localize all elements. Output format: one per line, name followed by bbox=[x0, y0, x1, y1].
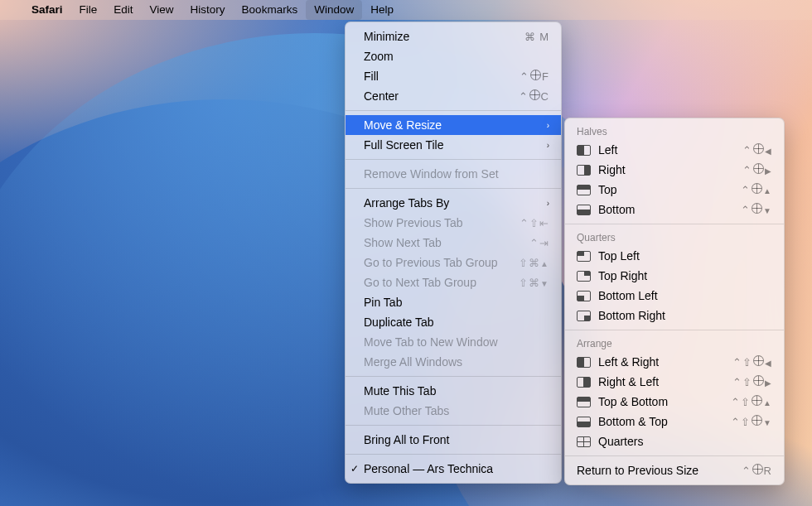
submenu-item-label: Left bbox=[598, 143, 742, 157]
menu-item[interactable]: Center C bbox=[346, 86, 561, 106]
menu-item-label: Show Next Tab bbox=[364, 236, 529, 249]
menu-item-label: Mute Other Tabs bbox=[364, 404, 549, 417]
menu-item[interactable]: Pin Tab bbox=[346, 292, 561, 312]
half-tb-icon bbox=[577, 397, 591, 407]
menu-item-label: Go to Previous Tab Group bbox=[364, 256, 519, 269]
menu-item[interactable]: Move & Resize› bbox=[346, 115, 561, 135]
submenu-item[interactable]: Bottom bbox=[565, 200, 784, 219]
half-bt-icon bbox=[577, 417, 591, 427]
submenu-item[interactable]: Right & Left bbox=[565, 372, 784, 392]
menu-item: Show Previous Tab bbox=[346, 213, 561, 233]
submenu-item[interactable]: Bottom Left bbox=[565, 286, 784, 306]
submenu-item[interactable]: Bottom & Top bbox=[565, 412, 784, 431]
menubar-item-bookmarks[interactable]: Bookmarks bbox=[234, 0, 307, 20]
submenu-item-label: Bottom Right bbox=[598, 309, 772, 322]
menu-item[interactable]: Zoom bbox=[346, 46, 561, 66]
submenu-item-label: Left & Right bbox=[598, 355, 732, 369]
menubar-item-window[interactable]: Window bbox=[306, 0, 362, 20]
half-bl-icon bbox=[577, 291, 591, 301]
submenu-item-label: Top Right bbox=[598, 269, 772, 282]
menu-item[interactable]: Bring All to Front bbox=[346, 430, 561, 450]
menu-item-label: Go to Next Tab Group bbox=[364, 276, 519, 289]
menubar-item-view[interactable]: View bbox=[142, 0, 182, 20]
submenu-item[interactable]: Left bbox=[565, 140, 784, 160]
menu-item[interactable]: Fill F bbox=[346, 66, 561, 86]
submenu-item[interactable]: Right bbox=[565, 160, 784, 180]
chevron-right-icon: › bbox=[547, 199, 549, 208]
menubar-item-edit[interactable]: Edit bbox=[105, 0, 141, 20]
half-br-icon bbox=[577, 311, 591, 321]
submenu-item-label: Top Left bbox=[598, 249, 772, 263]
submenu-item-label: Quarters bbox=[598, 435, 772, 448]
half-top-icon bbox=[577, 185, 591, 195]
submenu-item[interactable]: Top bbox=[565, 180, 784, 200]
menu-item-label: Move & Resize bbox=[364, 118, 547, 132]
submenu-section-header: Quarters bbox=[565, 229, 784, 246]
submenu-item-label: Right & Left bbox=[598, 375, 732, 388]
half-tr-icon bbox=[577, 271, 591, 282]
menu-item-label: Fill bbox=[364, 70, 520, 83]
submenu-section-header: Arrange bbox=[565, 335, 784, 352]
menubar: Safari FileEditViewHistoryBookmarksWindo… bbox=[0, 0, 812, 20]
menu-item-label: Arrange Tabs By bbox=[364, 196, 547, 210]
submenu-item[interactable]: Top Left bbox=[565, 246, 784, 266]
menu-item[interactable]: Minimize⌘ M bbox=[346, 27, 561, 46]
menu-item: Mute Other Tabs bbox=[346, 401, 561, 421]
menubar-item-file[interactable]: File bbox=[71, 0, 106, 20]
half-left-icon bbox=[577, 145, 591, 156]
menu-item-label: Mute This Tab bbox=[364, 384, 549, 398]
menu-item-label: Personal — Ars Technica bbox=[364, 462, 549, 475]
submenu-item-label: Top & Bottom bbox=[598, 395, 731, 408]
submenu-item[interactable]: Bottom Right bbox=[565, 306, 784, 325]
menu-item-label: Center bbox=[364, 89, 519, 103]
chevron-right-icon: › bbox=[547, 141, 549, 150]
menu-item-label: Merge All Windows bbox=[364, 355, 549, 369]
menu-item-label: Show Previous Tab bbox=[364, 216, 520, 229]
menu-item[interactable]: Duplicate Tab bbox=[346, 312, 561, 332]
menu-item-label: Remove Window from Set bbox=[364, 167, 549, 181]
submenu-item-label: Top bbox=[598, 183, 741, 196]
menu-item-label: Zoom bbox=[364, 50, 549, 63]
submenu-item-label: Bottom Left bbox=[598, 289, 772, 302]
half-tl-icon bbox=[577, 251, 591, 262]
move-resize-submenu: HalvesLeftRightTopBottomQuartersTop Left… bbox=[564, 118, 785, 485]
menu-item: Go to Next Tab Group bbox=[346, 272, 561, 292]
check-icon: ✓ bbox=[350, 463, 359, 475]
submenu-item[interactable]: Left & Right bbox=[565, 352, 784, 372]
menu-item-label: Bring All to Front bbox=[364, 433, 549, 446]
submenu-item-label: Return to Previous Size bbox=[577, 464, 742, 477]
submenu-section-header: Halves bbox=[565, 123, 784, 140]
half-rl-icon bbox=[577, 377, 591, 388]
half-bottom-icon bbox=[577, 205, 591, 215]
submenu-item-return[interactable]: Return to Previous Size R bbox=[565, 460, 784, 480]
menu-item: Merge All Windows bbox=[346, 352, 561, 372]
menu-item[interactable]: ✓Personal — Ars Technica bbox=[346, 459, 561, 479]
menu-item-label: Move Tab to New Window bbox=[364, 335, 549, 349]
half-right-icon bbox=[577, 165, 591, 176]
menu-item[interactable]: Arrange Tabs By› bbox=[346, 193, 561, 213]
menubar-item-help[interactable]: Help bbox=[362, 0, 402, 20]
submenu-item-label: Bottom bbox=[598, 203, 741, 216]
chevron-right-icon: › bbox=[547, 121, 549, 130]
submenu-item-label: Bottom & Top bbox=[598, 415, 731, 428]
menu-item-label: Full Screen Tile bbox=[364, 138, 547, 152]
window-menu: Minimize⌘ MZoomFill FCenter CMove & Resi… bbox=[345, 22, 562, 484]
submenu-item[interactable]: Quarters bbox=[565, 431, 784, 451]
submenu-item-label: Right bbox=[598, 163, 742, 176]
submenu-item[interactable]: Top & Bottom bbox=[565, 392, 784, 412]
menu-item[interactable]: Mute This Tab bbox=[346, 381, 561, 401]
menubar-item-history[interactable]: History bbox=[182, 0, 234, 20]
menu-item-label: Minimize bbox=[364, 30, 524, 43]
menu-item: Move Tab to New Window bbox=[346, 332, 561, 352]
menu-item-label: Duplicate Tab bbox=[364, 316, 549, 329]
half-quarters-icon bbox=[577, 436, 591, 447]
menu-item-label: Pin Tab bbox=[364, 296, 549, 309]
app-menu[interactable]: Safari bbox=[23, 0, 71, 20]
menu-item[interactable]: Full Screen Tile› bbox=[346, 135, 561, 155]
menu-item: Remove Window from Set bbox=[346, 164, 561, 184]
menu-item: Go to Previous Tab Group bbox=[346, 253, 561, 272]
menu-item: Show Next Tab bbox=[346, 233, 561, 253]
half-lr-icon bbox=[577, 357, 591, 368]
submenu-item[interactable]: Top Right bbox=[565, 266, 784, 286]
